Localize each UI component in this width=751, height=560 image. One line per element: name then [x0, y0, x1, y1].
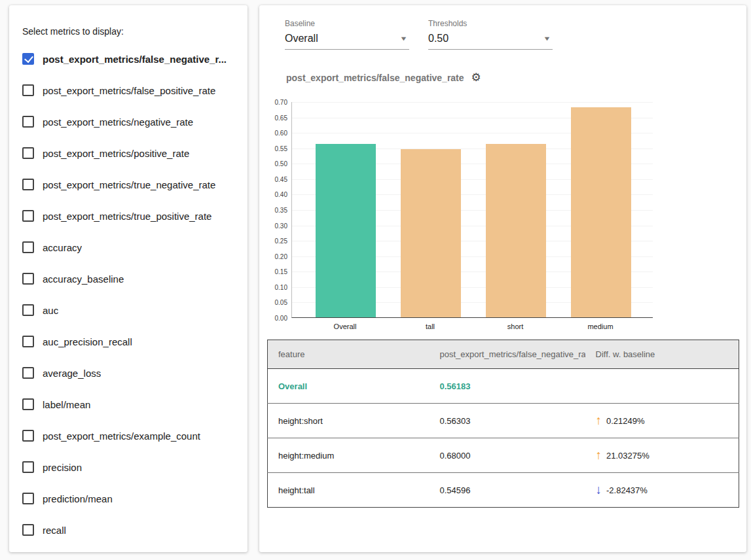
y-tick-label: 0.40 [275, 191, 287, 198]
metric-label: auc_precision_recall [43, 336, 132, 347]
x-tick-label: short [485, 323, 545, 330]
checkbox-icon[interactable] [22, 304, 34, 316]
y-tick-label: 0.05 [275, 299, 287, 306]
thresholds-select[interactable]: Thresholds 0.50 ▼ [428, 19, 553, 50]
x-tick-label: tall [400, 323, 460, 330]
cell-diff: ↑0.21249% [585, 404, 739, 438]
bar-chart: 0.000.050.100.150.200.250.300.350.400.45… [259, 102, 746, 335]
metric-checkbox-item[interactable]: recall [22, 514, 244, 546]
metric-checkbox-item[interactable]: accuracy [22, 232, 244, 263]
checkbox-icon[interactable] [22, 116, 34, 128]
metric-checkbox-item[interactable]: post_export_metrics/negative_rate [22, 106, 244, 137]
metric-label: post_export_metrics/false_positive_rate [43, 85, 215, 96]
checkbox-icon[interactable] [22, 336, 34, 347]
diff-arrow-icon: ↑ [596, 413, 602, 427]
y-tick-label: 0.55 [275, 145, 287, 152]
settings-gear-icon[interactable]: ⚙ [471, 72, 481, 83]
y-tick-label: 0.20 [275, 253, 287, 260]
dropdown-arrow-icon: ▼ [543, 35, 551, 42]
checkbox-icon[interactable] [22, 493, 34, 504]
metric-label: label/mean [43, 399, 90, 410]
results-panel: Baseline Overall ▼ Thresholds 0.50 ▼ pos… [259, 5, 746, 552]
metric-label: auc [43, 305, 58, 316]
cell-diff: ↑21.03275% [585, 438, 739, 473]
metric-list: post_export_metrics/false_negative_r... … [22, 43, 244, 546]
metric-label: recall [43, 525, 66, 536]
y-tick-label: 0.25 [275, 237, 287, 245]
checkbox-icon[interactable] [22, 241, 34, 253]
metric-label: post_export_metrics/true_positive_rate [43, 211, 211, 222]
cell-diff [585, 369, 739, 404]
header-diff-baseline: Diff. w. baseline [585, 340, 739, 369]
metric-checkbox-item[interactable]: auc_precision_recall [22, 326, 244, 357]
checkbox-icon[interactable] [22, 273, 34, 285]
cell-feature: Overall [268, 369, 430, 404]
header-metric-value: post_export_metrics/false_negative_rat..… [430, 340, 585, 369]
metric-checkbox-item[interactable]: auc [22, 294, 244, 326]
y-tick-label: 0.45 [275, 176, 287, 183]
cell-feature: height:short [268, 404, 430, 438]
metric-checkbox-item[interactable]: post_export_metrics/false_positive_rate [22, 75, 244, 106]
gridline [292, 102, 653, 103]
checkbox-icon[interactable] [22, 84, 34, 96]
thresholds-value: 0.50 [428, 33, 449, 44]
cell-diff: ↓-2.82437% [585, 473, 739, 508]
x-axis: Overalltallshortmedium [291, 323, 653, 332]
bar-tall[interactable] [401, 149, 461, 317]
cell-feature: height:tall [268, 473, 430, 508]
checkbox-icon[interactable] [22, 398, 34, 410]
metric-checkbox-item[interactable]: post_export_metrics/true_positive_rate [22, 200, 244, 232]
checkbox-icon[interactable] [22, 367, 34, 379]
chart-header: post_export_metrics/false_negative_rate … [286, 72, 481, 83]
bar-medium[interactable] [571, 107, 631, 317]
metric-label: accuracy [43, 242, 82, 253]
thresholds-label: Thresholds [428, 19, 553, 28]
metric-label: post_export_metrics/negative_rate [43, 116, 193, 128]
metric-checkbox-item[interactable]: post_export_metrics/positive_rate [22, 137, 244, 169]
diff-text: 0.21249% [606, 416, 645, 426]
metric-label: post_export_metrics/false_negative_r... [43, 54, 227, 65]
baseline-value-row[interactable]: Overall ▼ [285, 33, 409, 50]
y-tick-label: 0.65 [275, 114, 287, 122]
metric-label: post_export_metrics/true_negative_rate [43, 179, 215, 190]
checkbox-icon[interactable] [22, 524, 34, 536]
y-tick-label: 0.70 [275, 99, 287, 106]
checkbox-icon[interactable] [22, 53, 34, 65]
x-tick-label: Overall [315, 323, 375, 330]
metric-label: precision [43, 462, 82, 473]
metric-checkbox-item[interactable]: accuracy_baseline [22, 263, 244, 294]
metric-checkbox-item[interactable]: average_loss [22, 357, 244, 389]
metric-label: post_export_metrics/positive_rate [43, 148, 189, 159]
cell-feature: height:medium [268, 438, 430, 473]
metric-label: average_loss [43, 368, 101, 379]
cell-metric-value: 0.54596 [430, 473, 585, 508]
y-tick-label: 0.50 [275, 160, 287, 167]
checkbox-icon[interactable] [22, 147, 34, 159]
thresholds-value-row[interactable]: 0.50 ▼ [428, 33, 553, 50]
metric-label: post_export_metrics/example_count [43, 430, 200, 442]
bar-Overall[interactable] [316, 144, 376, 317]
table-row: Overall 0.56183 [268, 369, 739, 404]
checkbox-icon[interactable] [22, 430, 34, 442]
metric-label: prediction/mean [43, 493, 113, 504]
metric-checkbox-item[interactable]: post_export_metrics/true_negative_rate [22, 169, 244, 200]
baseline-value: Overall [285, 33, 318, 44]
baseline-select[interactable]: Baseline Overall ▼ [285, 19, 409, 50]
metric-checkbox-item[interactable]: post_export_metrics/false_negative_r... [22, 43, 244, 75]
diff-text: -2.82437% [606, 485, 648, 495]
checkbox-icon[interactable] [22, 179, 34, 190]
x-tick-label: medium [570, 323, 631, 330]
bar-short[interactable] [486, 144, 546, 317]
y-tick-label: 0.00 [275, 315, 287, 322]
cell-metric-value: 0.68000 [430, 438, 585, 473]
y-tick-label: 0.15 [275, 268, 287, 275]
diff-arrow-icon: ↑ [596, 448, 602, 462]
metric-checkbox-item[interactable]: prediction/mean [22, 483, 244, 514]
y-tick-label: 0.30 [275, 222, 287, 230]
checkbox-icon[interactable] [22, 461, 34, 473]
table-row: height:tall 0.54596 ↓-2.82437% [268, 473, 739, 508]
metric-checkbox-item[interactable]: precision [22, 451, 244, 483]
metric-checkbox-item[interactable]: label/mean [22, 389, 244, 420]
checkbox-icon[interactable] [22, 210, 34, 222]
metric-checkbox-item[interactable]: post_export_metrics/example_count [22, 420, 244, 451]
